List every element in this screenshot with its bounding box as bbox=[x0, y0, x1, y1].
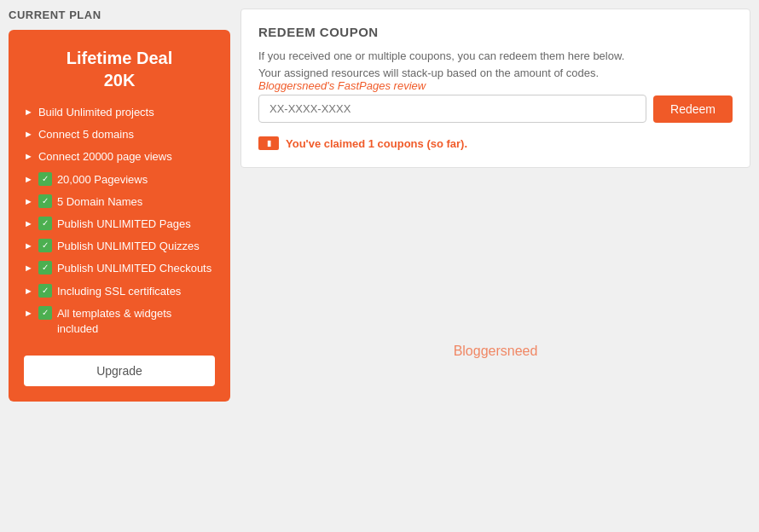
checkmark-icon: ✓ bbox=[38, 217, 52, 230]
checkmark-icon: ✓ bbox=[38, 306, 52, 320]
claimed-text: You've claimed 1 coupons (so far). bbox=[286, 137, 467, 150]
claimed-message: ▮ You've claimed 1 coupons (so far). bbox=[258, 136, 733, 150]
watermark-text: Bloggersneed bbox=[454, 344, 538, 359]
feature-text: 5 Domain Names bbox=[57, 194, 215, 210]
feature-10: ► ✓ All templates & widgets included bbox=[24, 306, 215, 337]
feature-text: All templates & widgets included bbox=[57, 306, 215, 337]
feature-4: ► ✓ 20,000 Pageviews bbox=[24, 172, 215, 188]
checkmark-icon: ✓ bbox=[38, 284, 52, 298]
feature-8: ► ✓ Publish UNLIMITED Checkouts bbox=[24, 261, 215, 276]
feature-text: Including SSL certificates bbox=[57, 284, 215, 299]
plan-title: Lifetime Deal20K bbox=[24, 47, 215, 91]
feature-text: Build Unlimited projects bbox=[38, 105, 215, 120]
arrow-icon: ► bbox=[24, 240, 33, 252]
checkmark-icon: ✓ bbox=[38, 194, 52, 208]
feature-3: ► Connect 20000 page views bbox=[24, 149, 215, 165]
arrow-icon: ► bbox=[24, 173, 33, 186]
arrow-icon: ► bbox=[24, 106, 33, 119]
feature-9: ► ✓ Including SSL certificates bbox=[24, 284, 215, 299]
arrow-icon: ► bbox=[24, 307, 33, 320]
checkmark-icon: ✓ bbox=[38, 172, 52, 186]
main-content-area: Bloggersneed bbox=[240, 178, 750, 523]
checkmark-icon: ✓ bbox=[38, 239, 52, 252]
redeem-title: REDEEM COUPON bbox=[258, 25, 733, 39]
arrow-icon: ► bbox=[24, 217, 33, 230]
feature-6: ► ✓ Publish UNLIMITED Pages bbox=[24, 217, 215, 232]
coupon-input-label: Bloggersneed's FastPages review bbox=[258, 79, 426, 92]
upgrade-button[interactable]: Upgrade bbox=[24, 356, 215, 386]
feature-2: ► Connect 5 domains bbox=[24, 127, 215, 142]
current-plan-label: CURRENT PLAN bbox=[9, 9, 230, 21]
feature-text: Connect 20000 page views bbox=[38, 149, 215, 165]
arrow-icon: ► bbox=[24, 128, 33, 141]
arrow-icon: ► bbox=[24, 262, 33, 275]
right-panel: REDEEM COUPON If you received one or mul… bbox=[240, 9, 750, 523]
arrow-icon: ► bbox=[24, 285, 33, 298]
feature-text: Connect 5 domains bbox=[38, 127, 215, 142]
feature-text: Publish UNLIMITED Checkouts bbox=[57, 261, 215, 276]
left-panel: CURRENT PLAN Lifetime Deal20K ► Build Un… bbox=[9, 9, 230, 523]
feature-text: 20,000 Pageviews bbox=[57, 172, 215, 188]
redeem-description: If you received one or multiple coupons,… bbox=[258, 48, 733, 81]
feature-1: ► Build Unlimited projects bbox=[24, 105, 215, 120]
feature-5: ► ✓ 5 Domain Names bbox=[24, 194, 215, 210]
redeem-button[interactable]: Redeem bbox=[653, 95, 733, 123]
feature-7: ► ✓ Publish UNLIMITED Quizzes bbox=[24, 239, 215, 254]
checkmark-icon: ✓ bbox=[38, 261, 52, 275]
coupon-row: Bloggersneed's FastPages review Redeem bbox=[258, 95, 733, 123]
arrow-icon: ► bbox=[24, 195, 33, 208]
redeem-card: REDEEM COUPON If you received one or mul… bbox=[240, 9, 750, 168]
feature-text: Publish UNLIMITED Quizzes bbox=[57, 239, 215, 254]
page-wrapper: CURRENT PLAN Lifetime Deal20K ► Build Un… bbox=[0, 0, 759, 532]
plan-card: Lifetime Deal20K ► Build Unlimited proje… bbox=[9, 30, 230, 402]
feature-text: Publish UNLIMITED Pages bbox=[57, 217, 215, 232]
coupon-input[interactable] bbox=[258, 95, 646, 123]
coupon-input-wrapper: Bloggersneed's FastPages review bbox=[258, 95, 646, 123]
coupon-icon: ▮ bbox=[258, 136, 279, 150]
arrow-icon: ► bbox=[24, 150, 33, 163]
